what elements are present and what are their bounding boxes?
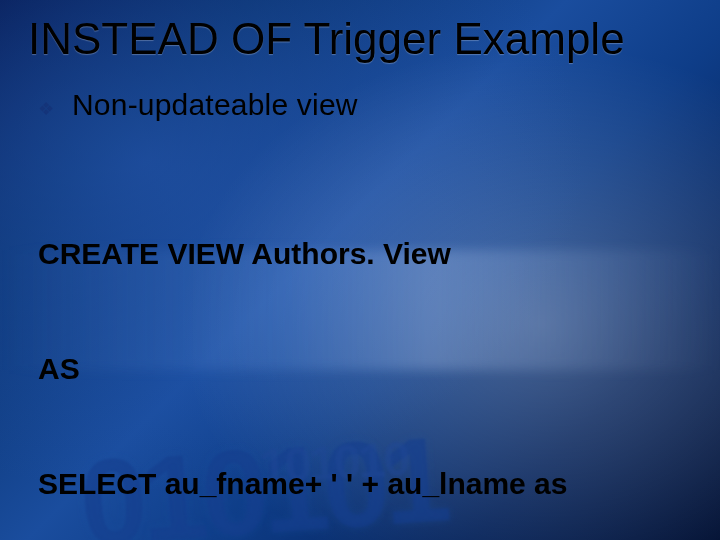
code-line-3: SELECT au_fname+ ' ' + au_lname as bbox=[38, 465, 692, 503]
bullet-text: Non-updateable view bbox=[72, 88, 358, 122]
bullet-item: ❖ Non-updateable view bbox=[38, 88, 692, 122]
slide: 010101 101010 INSTEAD OF Trigger Example… bbox=[0, 0, 720, 540]
slide-title: INSTEAD OF Trigger Example bbox=[28, 14, 692, 64]
diamond-bullet-icon: ❖ bbox=[38, 100, 54, 118]
sql-code-block: CREATE VIEW Authors. View AS SELECT au_f… bbox=[38, 158, 692, 540]
code-line-2: AS bbox=[38, 350, 692, 388]
code-line-1: CREATE VIEW Authors. View bbox=[38, 235, 692, 273]
slide-content: INSTEAD OF Trigger Example ❖ Non-updatea… bbox=[0, 0, 720, 540]
